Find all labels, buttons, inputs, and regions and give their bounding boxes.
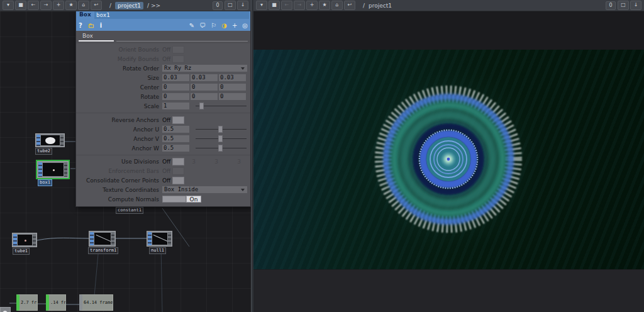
node-chop-stub[interactable] — [0, 307, 11, 312]
anchor-v-slider[interactable] — [196, 135, 247, 142]
node-flags[interactable] — [168, 232, 171, 245]
floating-window-icon[interactable]: □ — [225, 1, 236, 10]
stop-icon[interactable]: ■ — [269, 1, 280, 10]
compute-normals-toggle-track[interactable] — [162, 196, 186, 203]
rendered-output[interactable] — [253, 50, 644, 269]
center-z-field[interactable]: 0 — [219, 84, 246, 91]
parameter-list: Orient Bounds Off Modify Bounds Off Rota… — [76, 43, 250, 206]
back-icon[interactable]: ← — [281, 1, 292, 10]
edit-expression-icon[interactable]: ✎ — [189, 22, 194, 29]
toggle-consolidate-corner-points[interactable] — [172, 177, 184, 184]
toggle-use-divisions[interactable] — [172, 158, 184, 165]
forward-icon[interactable]: → — [294, 1, 305, 10]
scale-slider[interactable] — [196, 103, 247, 109]
error-count-badge[interactable]: 0 — [213, 1, 223, 10]
left-pane-toolbar: ▾ ■ ← → + ★ ⌂ ↩ / project1 / >> 0 □ ↓ — [0, 0, 251, 11]
add-parameter-icon[interactable]: + — [232, 22, 237, 29]
language-toggle-icon[interactable]: ◑ — [221, 22, 227, 29]
node-flags[interactable] — [64, 162, 67, 177]
search-parameters-icon[interactable]: ◎ — [242, 22, 248, 29]
node-flags[interactable] — [38, 162, 42, 177]
node-label-transform1: transform1 — [88, 247, 118, 254]
help-icon[interactable]: ? — [79, 22, 82, 29]
anchor-v-field[interactable]: 0.5 — [162, 135, 189, 142]
tube-preview-shape — [25, 240, 26, 242]
error-count-badge[interactable]: 0 — [606, 1, 616, 10]
floating-window-icon[interactable]: □ — [618, 1, 629, 10]
node-null1[interactable] — [147, 231, 172, 247]
rotate-x-field[interactable]: 0 — [162, 93, 189, 100]
size-z-field[interactable]: 0.03 — [219, 74, 246, 81]
rotate-z-field[interactable]: 0 — [219, 93, 246, 100]
node-flags[interactable] — [90, 232, 94, 245]
flag-icon[interactable]: ⚐ — [211, 22, 216, 29]
scale-field[interactable]: 1 — [162, 103, 189, 109]
param-enforcement-bars: Enforcement Bars Off — [76, 167, 250, 175]
add-icon[interactable]: + — [306, 1, 318, 10]
breadcrumb-project[interactable]: project1 — [369, 3, 392, 9]
node-chop-value-1[interactable]: 2.7 frc — [16, 294, 38, 311]
node-box1[interactable] — [37, 161, 69, 178]
folder-icon[interactable]: 🗀 — [88, 22, 94, 29]
breadcrumb[interactable]: / project1 / >> — [108, 2, 162, 9]
rotate-order-dropdown[interactable]: Rx Ry Rz — [162, 65, 247, 72]
node-flags[interactable] — [36, 135, 40, 146]
size-x-field[interactable]: 0.03 — [162, 74, 189, 81]
jump-icon[interactable]: ↩ — [91, 1, 102, 10]
parameter-dialog[interactable]: Box box1 ? 🗀 i ✎ 🗩 ⚐ ◑ + ◎ Box — [75, 11, 251, 207]
node-chop-value-3[interactable]: 64.14 frame — [79, 294, 113, 311]
compute-normals-toggle[interactable]: On — [186, 196, 201, 203]
transform-preview-shape — [96, 235, 111, 243]
node-tube2[interactable] — [35, 133, 65, 147]
anchor-w-slider[interactable] — [196, 145, 247, 152]
node-flags[interactable] — [60, 135, 64, 146]
network-editor[interactable]: tube2 box1 constant1 tube1 transform1 — [0, 11, 251, 312]
node-label-constant1[interactable]: constant1 — [116, 207, 143, 214]
node-flags[interactable] — [33, 234, 36, 246]
texture-coordinates-dropdown[interactable]: Box Inside — [162, 186, 247, 193]
jump-icon[interactable]: ↩ — [344, 1, 355, 10]
pin-pane-icon[interactable]: ↓ — [237, 1, 248, 10]
param-scale: Scale 1 — [76, 102, 250, 110]
back-icon[interactable]: ← — [28, 1, 39, 10]
anchor-u-slider[interactable] — [196, 126, 247, 133]
anchor-u-field[interactable]: 0.5 — [162, 126, 189, 133]
center-y-field[interactable]: 0 — [191, 84, 218, 91]
add-icon[interactable]: + — [53, 1, 64, 10]
pin-pane-icon[interactable]: ↓ — [630, 1, 641, 10]
forward-icon[interactable]: → — [40, 1, 52, 10]
rotate-y-field[interactable]: 0 — [191, 93, 218, 100]
home-search-icon[interactable]: ⌂ — [78, 1, 89, 10]
bookmark-icon[interactable]: ★ — [65, 1, 77, 10]
node-label-tube1: tube1 — [13, 248, 30, 255]
node-flags[interactable] — [13, 234, 17, 246]
parameter-dialog-titlebar[interactable]: Box box1 — [76, 11, 250, 20]
operator-name-field[interactable]: box1 — [94, 11, 249, 19]
right-pane-toolbar: ▾ ■ ← → + ★ ⌂ ↩ / project1 0 □ ↓ — [253, 0, 644, 11]
node-tube1[interactable] — [12, 233, 37, 247]
home-search-icon[interactable]: ⌂ — [331, 1, 343, 10]
size-y-field[interactable]: 0.03 — [191, 74, 218, 81]
operator-type-label: Box — [79, 11, 91, 18]
stop-icon[interactable]: ■ — [15, 1, 26, 10]
node-transform1[interactable] — [89, 231, 116, 247]
param-anchor-u: Anchor U 0.5 — [76, 125, 250, 133]
node-flags[interactable] — [111, 232, 114, 245]
node-label-box1: box1 — [38, 179, 52, 186]
dropdown-arrow-icon[interactable]: ▾ — [3, 1, 14, 10]
tab-box[interactable]: Box — [82, 33, 93, 39]
anchor-w-field[interactable]: 0.5 — [162, 145, 189, 152]
param-compute-normals: Compute Normals On — [76, 195, 250, 203]
node-flags[interactable] — [148, 232, 152, 245]
toggle-reverse-anchors[interactable] — [172, 116, 184, 124]
dropdown-arrow-icon[interactable]: ▾ — [256, 1, 267, 10]
center-x-field[interactable]: 0 — [162, 84, 189, 91]
breadcrumb-suffix: / >> — [147, 3, 160, 9]
bookmark-icon[interactable]: ★ — [319, 1, 330, 10]
viewer-pane[interactable] — [253, 11, 644, 312]
info-icon[interactable]: i — [100, 22, 102, 29]
breadcrumb-project[interactable]: project1 — [115, 2, 143, 9]
comment-icon[interactable]: 🗩 — [199, 22, 206, 29]
node-chop-value-2[interactable]: .14 frc — [46, 294, 66, 311]
breadcrumb[interactable]: / project1 — [361, 3, 394, 9]
